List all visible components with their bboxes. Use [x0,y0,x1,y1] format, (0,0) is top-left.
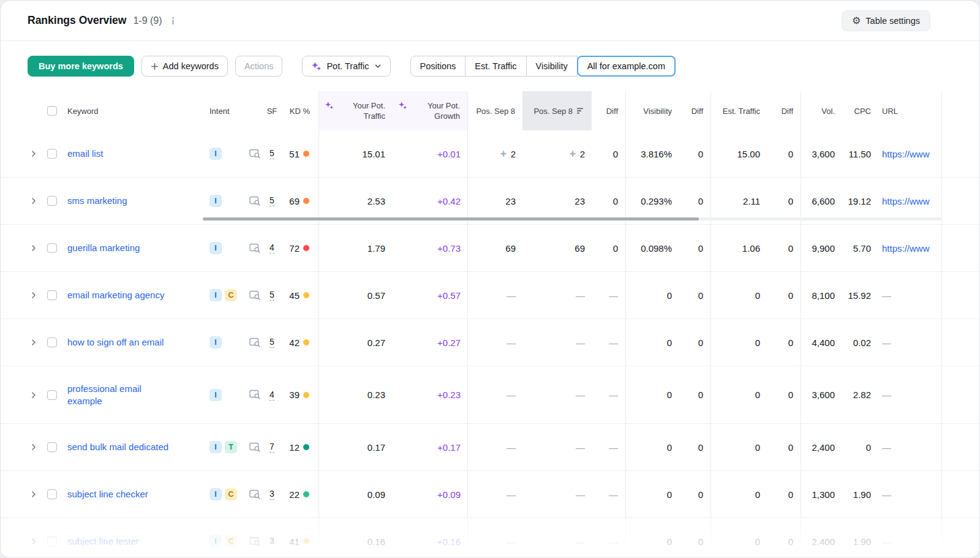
keyword-link[interactable]: send bulk mail dedicated [67,441,168,453]
col-header-keyword[interactable]: Keyword [62,91,203,130]
keyword-link[interactable]: professional email example [67,383,162,407]
volume-cell: 2,400 [801,518,842,558]
keyword-cell: guerilla marketing [62,225,203,271]
expand-row-button[interactable] [25,225,42,271]
table-row: email listI55115.01+0.012203.816%015.000… [1,130,979,178]
row-checkbox[interactable] [47,149,57,159]
keyword-link[interactable]: email list [67,148,103,160]
actions-button[interactable]: Actions [235,56,283,77]
sf-value[interactable]: 3 [270,536,274,547]
sf-value[interactable]: 4 [270,243,274,254]
horizontal-scrollbar-thumb[interactable] [203,217,699,221]
row-checkbox[interactable] [47,243,57,253]
col-header-pot-traffic[interactable]: Your Pot. Traffic [319,91,393,130]
keyword-link[interactable]: email marketing agency [67,289,164,301]
add-keywords-button[interactable]: Add keywords [141,56,228,77]
diff-est-traffic-cell: 0 [767,424,801,470]
col-header-diff-pos[interactable]: Diff [592,91,626,130]
view-tab-positions[interactable]: Positions [410,56,466,77]
col-header-diff-est-traffic[interactable]: Diff [767,91,801,130]
url-cell: — [878,424,942,470]
serp-features-button[interactable] [246,471,264,518]
info-icon[interactable] [169,17,177,25]
keyword-link[interactable]: subject line tester [67,535,139,548]
col-header-visibility[interactable]: Visibility [626,91,679,130]
keyword-link[interactable]: guerilla marketing [67,242,140,254]
buy-more-keywords-button[interactable]: Buy more keywords [28,56,134,77]
row-checkbox[interactable] [47,489,57,499]
url-link[interactable]: https://www [882,149,930,159]
col-header-cpc[interactable]: CPC [842,91,878,130]
col-header-sf[interactable]: SF [264,91,280,130]
sf-value[interactable]: 5 [270,195,274,206]
expand-row-button[interactable] [25,366,42,423]
view-tab-all-for-example-com[interactable]: All for example.com [577,56,676,77]
serp-features-button[interactable] [246,366,264,423]
kd-difficulty-dot [303,538,309,545]
url-link[interactable]: https://www [882,243,930,254]
expand-row-button[interactable] [25,424,42,470]
row-checkbox[interactable] [47,337,57,347]
table-settings-button[interactable]: ⚙ Table settings [842,10,930,31]
pot-traffic-cell: 0.57 [319,272,393,319]
table-header-row: Keyword Intent SF KD % Your Pot. Traffic… [1,91,979,130]
position-current-cell: — [468,272,522,319]
cpc-cell: 0.02 [842,319,878,366]
serp-features-button[interactable] [246,130,264,177]
keyword-cell: subject line checker [62,471,203,518]
col-header-serp-spacer [246,91,264,130]
sf-value[interactable]: 5 [270,148,274,159]
sf-cell: 4 [264,225,280,271]
url-link[interactable]: https://www [882,196,930,206]
sf-value[interactable]: 4 [270,390,274,401]
col-header-pos-previous-sorted[interactable]: Pos. Sep 8 [522,91,592,130]
col-header-est-traffic[interactable]: Est. Traffic [711,91,767,130]
row-checkbox[interactable] [47,442,57,452]
expand-row-button[interactable] [25,178,42,224]
serp-features-icon [249,442,261,453]
keyword-link[interactable]: subject line checker [67,488,148,500]
row-checkbox[interactable] [47,390,57,400]
keyword-link[interactable]: sms marketing [67,195,127,207]
col-header-url[interactable]: URL [878,91,942,130]
diff-est-traffic-cell: 0 [767,130,801,177]
col-header-diff-visibility[interactable]: Diff [679,91,711,130]
serp-features-button[interactable] [246,225,264,271]
chevron-down-icon [374,62,382,70]
expand-row-button[interactable] [25,130,42,177]
sparkle-icon [325,101,334,112]
col-header-intent[interactable]: Intent [203,91,246,130]
sf-value[interactable]: 3 [270,489,274,500]
serp-features-button[interactable] [246,424,264,470]
col-header-pot-growth[interactable]: Your Pot. Growth [393,91,468,130]
expand-row-button[interactable] [25,518,42,558]
chevron-right-icon [30,292,37,299]
diff-visibility-cell: 0 [679,225,711,271]
pot-growth-cell: +0.73 [393,225,468,271]
serp-features-button[interactable] [246,518,264,558]
view-tab-visibility[interactable]: Visibility [526,56,578,77]
sf-value[interactable]: 5 [270,337,274,348]
serp-features-icon [249,489,261,500]
row-checkbox[interactable] [47,537,57,546]
serp-features-button[interactable] [246,272,264,319]
serp-features-icon [249,537,261,547]
col-header-pos-current[interactable]: Pos. Sep 8 [468,91,522,130]
expand-row-button[interactable] [25,272,42,319]
expand-row-button[interactable] [25,471,42,518]
view-tab-est-traffic[interactable]: Est. Traffic [465,56,526,77]
pot-traffic-cell: 0.23 [319,366,393,423]
sf-value[interactable]: 5 [270,290,274,301]
expand-row-button[interactable] [25,319,42,366]
select-all-checkbox[interactable] [47,106,57,116]
metric-dropdown[interactable]: Pot. Traffic [302,56,390,77]
row-checkbox[interactable] [47,196,57,206]
keyword-link[interactable]: how to sign off an email [67,336,164,349]
col-header-volume[interactable]: Vol. [801,91,842,130]
serp-features-button[interactable] [246,319,264,366]
col-header-kd[interactable]: KD % [280,91,319,130]
row-checkbox[interactable] [47,290,57,300]
pot-traffic-cell: 0.27 [319,319,393,366]
sf-value[interactable]: 7 [270,442,274,453]
page-title: Rankings Overview [28,14,126,27]
